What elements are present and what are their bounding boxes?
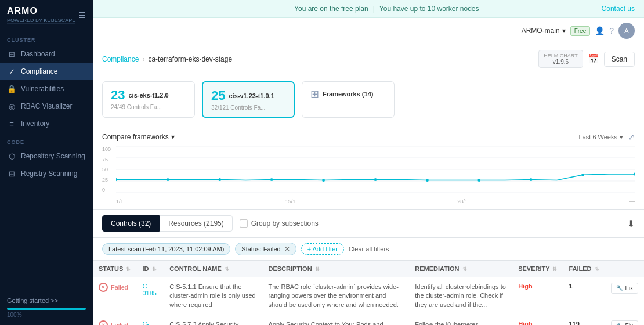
progress-fill: [7, 308, 86, 310]
status-label-1: Failed: [111, 322, 128, 325]
x-label-0: 1/1: [116, 198, 124, 204]
logo-text: ARMO: [7, 6, 75, 16]
contact-us-link[interactable]: Contact us: [602, 5, 635, 13]
chart-section: Compare frameworks ▾ Last 6 Weeks ▾ ⤢ 10…: [93, 125, 644, 210]
scan-button[interactable]: Scan: [604, 52, 635, 67]
helm-chart-version: v1.9.6: [544, 59, 577, 65]
repo-icon: ⬡: [7, 151, 16, 161]
col-actions: [605, 261, 644, 277]
group-by-checkbox[interactable]: [240, 219, 248, 228]
ctrl-id-1[interactable]: C-0211: [142, 320, 156, 325]
chart-controls: Last 6 Weeks ▾ ⤢: [579, 132, 635, 142]
chart-y-labels: 100 75 50 25 0: [102, 146, 116, 193]
row-sev-1: High: [512, 315, 563, 325]
sidebar-item-label: Compliance: [21, 67, 57, 75]
powered-by-label: POWERED BY KUBESCAPE: [7, 17, 75, 23]
col-description: DESCRIPTION ⇅: [262, 261, 409, 277]
row-id-1: C-0211: [136, 315, 164, 325]
col-severity: SEVERITY ⇅: [512, 261, 563, 277]
helm-area: HELM CHART v1.9.6 📅 Scan: [538, 50, 635, 68]
tab-controls-label: Controls (32): [111, 219, 151, 228]
framework-card-0[interactable]: 23 cis-eks-t1.2.0 24/49 Controls Fa...: [102, 81, 195, 118]
expand-icon[interactable]: ⤢: [628, 132, 635, 142]
help-icon[interactable]: ?: [609, 26, 614, 35]
sidebar-item-compliance[interactable]: ✓ Compliance: [0, 63, 93, 80]
getting-started-label[interactable]: Getting started >>: [7, 297, 86, 304]
svg-point-12: [477, 179, 480, 182]
chart-area: [116, 146, 635, 193]
row-actions-0: 🔧 Fix: [605, 277, 644, 315]
sidebar-item-rbac[interactable]: ◎ RBAC Visualizer: [0, 98, 93, 115]
sidebar-item-repo-scanning[interactable]: ⬡ Repository Scanning: [0, 147, 93, 165]
hamburger-icon[interactable]: ☰: [78, 10, 86, 20]
sidebar-bottom: Getting started >> 100%: [0, 290, 93, 325]
dashboard-icon: ⊞: [7, 49, 16, 59]
user-icon[interactable]: 👤: [595, 26, 605, 35]
row-failed-0: 1: [563, 277, 605, 315]
svg-point-5: [116, 178, 117, 181]
content-area: Compliance › ca-terraform-eks-dev-stage …: [93, 44, 644, 325]
sort-desc-icon: ⇅: [315, 266, 320, 272]
framework-card-2[interactable]: ⊞ Frameworks (14): [302, 81, 395, 118]
group-by-label: Group by subsections: [251, 219, 319, 228]
helm-chart-label: HELM CHART: [544, 53, 577, 59]
row-rem-1: Follow the Kubernetes documentation and …: [409, 315, 512, 325]
section-cluster-label: CLUSTER: [0, 30, 93, 45]
compare-frameworks-btn[interactable]: Compare frameworks ▾: [102, 133, 175, 141]
fix-button-1[interactable]: 🔧 Fix: [611, 320, 638, 325]
tab-resources[interactable]: Resources (2195): [160, 215, 232, 232]
y-label-75: 75: [102, 157, 116, 162]
content-header: Compliance › ca-terraform-eks-dev-stage …: [93, 44, 644, 74]
sidebar-item-label: Inventory: [21, 120, 49, 128]
controls-table: STATUS ⇅ ID ⇅ CONTROL NAME ⇅ DESCRIPTION…: [93, 261, 644, 325]
plan-badge: Free: [570, 26, 591, 36]
fix-button-0[interactable]: 🔧 Fix: [611, 283, 638, 294]
row-status-0: ✕ Failed: [93, 277, 136, 315]
filter-status-label: Status: Failed: [241, 245, 280, 252]
tab-controls[interactable]: Controls (32): [102, 215, 160, 232]
sidebar-item-inventory[interactable]: ≡ Inventory: [0, 115, 93, 132]
row-rem-0: Identify all clusterrolebindings to the …: [409, 277, 512, 315]
sort-rem-icon: ⇅: [462, 266, 467, 272]
sidebar-item-label: Dashboard: [21, 50, 55, 58]
failed-count-0: 1: [569, 283, 572, 290]
framework-card-1[interactable]: 25 cis-v1.23-t1.0.1 32/121 Controls Fa..…: [202, 81, 295, 118]
sidebar-item-dashboard[interactable]: ⊞ Dashboard: [0, 45, 93, 63]
progress-bar: [7, 308, 86, 310]
ctrl-id-0[interactable]: C-0185: [142, 283, 156, 297]
top-nav: ARMO-main ▾ Free 👤 ? A: [93, 18, 644, 44]
y-label-25: 25: [102, 177, 116, 183]
filter-chip-status[interactable]: Status: Failed ✕: [235, 243, 296, 255]
filter-chip-scan[interactable]: Latest scan (Feb 11, 2023, 11:02:09 AM): [102, 243, 230, 255]
ctrl-name-1: CIS-5.7.3 Apply Security Context to Your…: [169, 321, 242, 325]
fix-icon-1: 🔧: [616, 323, 623, 325]
sidebar-item-vulnerabilities[interactable]: 🔒 Vulnerabilities: [0, 80, 93, 98]
vulnerabilities-icon: 🔒: [7, 84, 16, 93]
download-icon[interactable]: ⬇: [627, 218, 635, 229]
card-name-2: Frameworks (14): [323, 91, 373, 98]
add-filter-button[interactable]: + Add filter: [301, 243, 344, 255]
framework-cards-container: 23 cis-eks-t1.2.0 24/49 Controls Fa... 2…: [93, 74, 644, 125]
group-by-control[interactable]: Group by subsections: [240, 219, 319, 228]
scan-label: Scan: [612, 55, 627, 63]
sidebar-item-registry-scanning[interactable]: ⊞ Registry Scanning: [0, 165, 93, 182]
free-plan-text: You are on the free plan: [294, 5, 368, 13]
sidebar-item-label: Registry Scanning: [21, 169, 77, 178]
card-sub-0: 24/49 Controls Fa...: [111, 104, 186, 110]
col-remediation: REMEDIATION ⇅: [409, 261, 512, 277]
sidebar: ARMO POWERED BY KUBESCAPE ☰ CLUSTER ⊞ Da…: [0, 0, 93, 325]
breadcrumb-parent[interactable]: Compliance: [102, 55, 139, 63]
time-range-label: Last 6 Weeks: [579, 133, 617, 140]
account-dropdown[interactable]: ARMO-main ▾: [522, 27, 566, 35]
compliance-icon: ✓: [7, 67, 16, 76]
clear-all-filters[interactable]: Clear all filters: [349, 245, 389, 252]
filter-status-remove[interactable]: ✕: [284, 245, 290, 253]
status-failed-icon-0: ✕: [99, 283, 108, 292]
chevron-down-icon: ▾: [562, 27, 566, 35]
desc-0: The RBAC role `cluster-admin` provides w…: [268, 283, 398, 308]
avatar[interactable]: A: [618, 23, 635, 39]
sort-status-icon: ⇅: [126, 266, 131, 272]
svg-point-11: [426, 179, 429, 182]
time-range-selector[interactable]: Last 6 Weeks ▾: [579, 133, 623, 141]
x-label-1: 15/1: [285, 198, 296, 204]
